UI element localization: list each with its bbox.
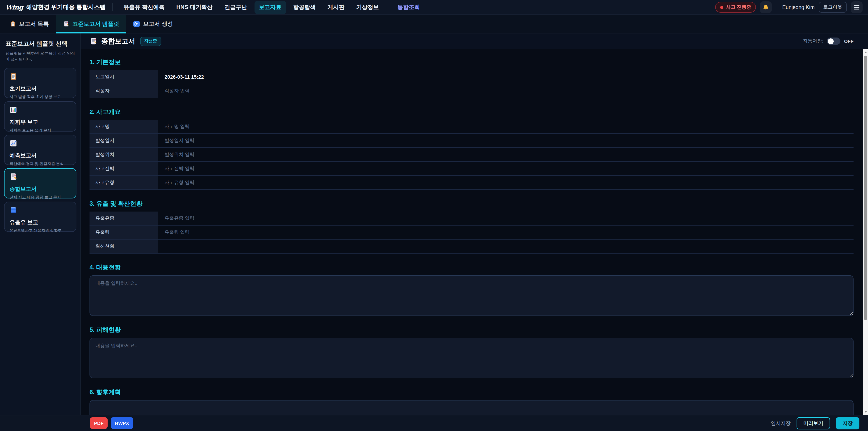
scroll-up-arrow-icon[interactable] — [863, 49, 868, 55]
main-nav: 유출유 확산예측 HNS·대기확산 긴급구난 보고자료 항공탐색 게시판 기상정… — [119, 1, 425, 14]
report-header: 종합보고서 작성중 자동저장: OFF — [81, 33, 868, 49]
incident-name-field[interactable]: 사고명 입력 — [158, 120, 854, 133]
table-row: 사고유형 사고유형 입력 — [90, 176, 854, 190]
app-logo: Wing 해양환경 위기대응 통합시스템 — [5, 3, 106, 11]
template-card-prediction-report[interactable]: 예측보고서 확산예측 결과 및 민감자원 분석 — [4, 135, 76, 165]
app-title: 해양환경 위기대응 통합시스템 — [26, 3, 106, 11]
notification-bell-button[interactable] — [760, 1, 772, 13]
nav-item-reports[interactable]: 보고자료 — [254, 1, 286, 14]
nav-item-aerial-search[interactable]: 항공탐색 — [289, 1, 320, 14]
nav-item-board[interactable]: 게시판 — [323, 1, 349, 14]
menu-button[interactable] — [851, 1, 863, 13]
table-row: 확산현황 — [90, 240, 854, 254]
report-form-panel: 종합보고서 작성중 자동저장: OFF 1. 기본정보 보고일시 2026-03… — [81, 33, 868, 415]
red-dot-icon — [720, 6, 723, 9]
nav-item-integrated-search[interactable]: 통합조회 — [393, 1, 425, 14]
occurrence-datetime-field[interactable]: 발생일시 입력 — [158, 134, 854, 147]
field-label: 사고선박 — [90, 162, 158, 175]
tab-report-list[interactable]: 보고서 목록 — [3, 15, 56, 33]
basic-info-table: 보고일시 2026-03-11 15:22 작성자 작성자 입력 — [90, 70, 854, 98]
sidebar-title: 표준보고서 템플릿 선택 — [5, 40, 76, 48]
footer-right-actions: 임시저장 미리보기 저장 — [771, 417, 860, 429]
memo-icon — [9, 173, 17, 181]
template-desc: 사고 발생 직후 초기 상황 보고 — [9, 94, 71, 100]
sync-icon: ⟳ — [133, 21, 140, 27]
section-heading-spill-status: 3. 유출 및 확산현황 — [90, 200, 854, 208]
template-card-initial-report[interactable]: 초기보고서 사고 발생 직후 초기 상황 보고 — [4, 68, 76, 98]
nav-item-emergency-rescue[interactable]: 긴급구난 — [220, 1, 252, 14]
app-root: Wing 해양환경 위기대응 통합시스템 유출유 확산예측 HNS·대기확산 긴… — [0, 0, 868, 431]
table-row: 작성자 작성자 입력 — [90, 84, 854, 98]
logo-mark: Wing — [5, 4, 23, 11]
future-plan-textarea[interactable] — [90, 400, 854, 415]
template-card-comprehensive-report[interactable]: 종합보고서 전체 사고 대응 종합 보고 문서 — [4, 168, 76, 198]
field-label: 확산현황 — [90, 240, 158, 253]
report-title: 종합보고서 — [101, 37, 135, 45]
diffusion-status-field[interactable] — [158, 240, 854, 253]
section-heading-incident-overview: 2. 사고개요 — [90, 108, 854, 116]
incident-status-badge: 사고 진행중 — [715, 2, 756, 13]
clipboard-icon — [9, 72, 17, 81]
response-status-textarea[interactable] — [90, 275, 854, 316]
oil-type-field[interactable]: 유출유종 입력 — [158, 212, 854, 225]
section-heading-future-plan: 6. 향후계획 — [90, 388, 854, 396]
nav-item-oil-spill-prediction[interactable]: 유출유 확산예측 — [119, 1, 169, 14]
table-row: 발생위치 발생위치 입력 — [90, 148, 854, 162]
table-row: 사고명 사고명 입력 — [90, 120, 854, 134]
template-desc: 유류오염사고 대응지원 상황도 — [9, 228, 71, 234]
template-name: 예측보고서 — [9, 152, 71, 160]
save-button[interactable]: 저장 — [836, 417, 860, 429]
bell-icon — [763, 4, 769, 10]
autosave-state: OFF — [844, 38, 854, 44]
bar-chart-icon — [9, 106, 17, 114]
template-card-command-report[interactable]: 지휘부 보고 지휘부 보고용 요약 문서 — [4, 101, 76, 131]
spill-status-table: 유출유종 유출유종 입력 유출량 유출량 입력 확산현황 — [90, 212, 854, 254]
template-card-list: 초기보고서 사고 발생 직후 초기 상황 보고 지휘부 보고 지휘부 보고용 요… — [4, 68, 76, 232]
username: Eunjeong Kim — [782, 4, 815, 10]
field-label: 유출유종 — [90, 212, 158, 225]
template-desc: 지휘부 보고용 요약 문서 — [9, 128, 71, 133]
spill-amount-field[interactable]: 유출량 입력 — [158, 225, 854, 239]
logout-button[interactable]: 로그아웃 — [819, 2, 847, 13]
autosave-label: 자동저장: — [803, 38, 823, 44]
line-chart-icon — [9, 139, 17, 147]
damage-status-textarea[interactable] — [90, 338, 854, 378]
report-datetime-field[interactable]: 2026-03-11 15:22 — [158, 70, 854, 84]
preview-button[interactable]: 미리보기 — [797, 417, 830, 429]
report-tab-bar: 보고서 목록 표준보고서 템플릿 ⟳ 보고서 생성 — [0, 15, 868, 33]
autosave-toggle[interactable] — [827, 37, 840, 45]
field-label: 작성자 — [90, 84, 158, 98]
scroll-down-arrow-icon[interactable] — [863, 409, 868, 415]
field-label: 보고일시 — [90, 70, 158, 84]
scrollbar-thumb[interactable] — [864, 56, 867, 320]
tab-standard-report-template[interactable]: 표준보고서 템플릿 — [56, 15, 126, 33]
nav-item-hns-diffusion[interactable]: HNS·대기확산 — [172, 1, 217, 14]
section-heading-basic-info: 1. 기본정보 — [90, 58, 854, 66]
template-desc: 확산예측 결과 및 민감자원 분석 — [9, 161, 71, 167]
occurrence-location-field[interactable]: 발생위치 입력 — [158, 148, 854, 161]
table-row: 발생일시 발생일시 입력 — [90, 134, 854, 148]
export-pdf-button[interactable]: PDF — [90, 417, 107, 429]
export-hwpx-button[interactable]: HWPX — [111, 417, 133, 429]
top-bar: Wing 해양환경 위기대응 통합시스템 유출유 확산예측 HNS·대기확산 긴… — [0, 0, 868, 15]
template-desc: 전체 사고 대응 종합 보고 문서 — [9, 195, 71, 200]
temp-save-button[interactable]: 임시저장 — [771, 420, 791, 427]
sidebar-subtitle: 템플릿을 선택하면 오른쪽에 작성 양식이 표시됩니다. — [5, 51, 76, 62]
incident-type-field[interactable]: 사고유형 입력 — [158, 176, 854, 189]
toggle-knob — [828, 38, 833, 44]
footer-action-bar: PDF HWPX 임시저장 미리보기 저장 — [0, 415, 868, 431]
template-sidebar: 표준보고서 템플릿 선택 템플릿을 선택하면 오른쪽에 작성 양식이 표시됩니다… — [0, 33, 81, 415]
template-card-oil-spill-report[interactable]: 유출유 보고 유류오염사고 대응지원 상황도 — [4, 202, 76, 232]
clipboard-icon — [10, 21, 16, 27]
tab-report-generation[interactable]: ⟳ 보고서 생성 — [126, 15, 180, 33]
template-name: 초기보고서 — [9, 85, 71, 93]
section-heading-response-status: 4. 대응현황 — [90, 264, 854, 272]
top-bar-right: 사고 진행중 Eunjeong Kim 로그아웃 — [715, 1, 863, 13]
author-field[interactable]: 작성자 입력 — [158, 84, 854, 98]
nav-item-weather[interactable]: 기상정보 — [352, 1, 383, 14]
report-form-scroll-area: 1. 기본정보 보고일시 2026-03-11 15:22 작성자 작성자 입력… — [81, 49, 863, 415]
incident-vessel-field[interactable]: 사고선박 입력 — [158, 162, 854, 175]
status-badge: 작성중 — [140, 36, 161, 46]
hamburger-icon — [854, 5, 860, 9]
vertical-scrollbar[interactable] — [863, 49, 868, 415]
